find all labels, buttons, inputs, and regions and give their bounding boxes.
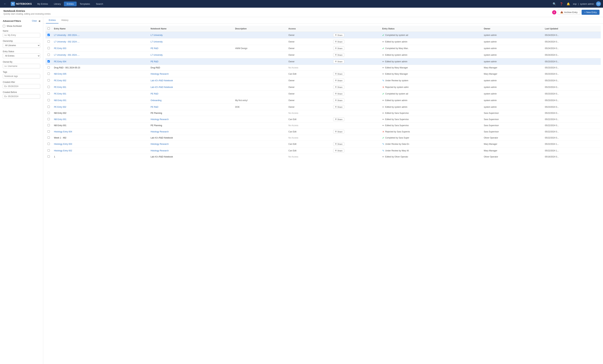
entry-name-link[interactable]: NB Entry 001 <box>54 99 66 102</box>
entry-name-link[interactable]: PE Entry 002 <box>54 106 66 108</box>
row-checkbox[interactable] <box>47 99 50 101</box>
back-button[interactable]: ← <box>2 1 8 6</box>
entry-name-link[interactable]: PE Entry 004 <box>54 60 66 63</box>
row-checkbox[interactable] <box>47 92 50 95</box>
share-button[interactable]: ⬆ Share <box>333 60 344 63</box>
share-button[interactable]: ⬆ Share <box>333 79 344 82</box>
show-archived-checkbox[interactable] <box>3 25 5 27</box>
share-button[interactable]: ⬆ Share <box>333 105 344 109</box>
row-checkbox[interactable] <box>47 40 50 43</box>
notebook-name-link[interactable]: L7 University <box>151 54 162 56</box>
archive-entry-button[interactable]: 📥 Archive Entry <box>558 10 580 15</box>
share-button[interactable]: ⬆ Share <box>333 92 344 95</box>
share-button[interactable]: ⬆ Share <box>333 40 344 44</box>
ownership-filter-select[interactable]: All Libraries <box>3 43 40 48</box>
share-button[interactable]: ⬆ Share <box>333 85 344 89</box>
entry-name-link[interactable]: NB Entry 005 <box>54 73 66 75</box>
nav-item-entries[interactable]: Entries <box>64 1 76 6</box>
row-checkbox[interactable] <box>47 54 50 56</box>
nav-item-search[interactable]: Search <box>93 1 106 6</box>
row-checkbox[interactable] <box>47 60 50 62</box>
entry-name-link[interactable]: L7 University - 002 2024-.... <box>54 41 80 43</box>
notebook-name-link[interactable]: PE R&D <box>151 47 158 50</box>
notebook-name-link[interactable]: Lab #2's R&D Notebook <box>151 86 173 88</box>
entry-name-link[interactable]: L7 University - 001 2024-.... <box>54 54 80 56</box>
row-checkbox[interactable] <box>47 118 50 120</box>
notebook-name-link[interactable]: L7 University <box>151 34 162 36</box>
row-checkbox[interactable] <box>47 112 50 114</box>
nav-item-my-entries[interactable]: My Entries <box>35 1 51 6</box>
share-button[interactable]: ⬆ Share <box>333 117 344 121</box>
share-button[interactable]: ⬆ Share <box>333 130 344 134</box>
notebook-name-link[interactable]: L7 University <box>151 41 162 43</box>
notebook-name-link[interactable]: Onboarding <box>151 99 162 102</box>
entry-name-link[interactable]: Histology Entry 004 <box>54 130 72 133</box>
clear-filters-link[interactable]: Clear <box>32 20 37 22</box>
owned-by-filter-input[interactable] <box>3 64 40 68</box>
created-before-filter-input[interactable] <box>3 94 40 99</box>
row-checkbox[interactable] <box>47 79 50 81</box>
notebook-name-link[interactable]: Histology Research <box>151 149 169 152</box>
access-label: No Access <box>289 124 298 127</box>
row-checkbox[interactable] <box>47 155 50 158</box>
share-button[interactable]: ⬆ Share <box>333 99 344 102</box>
description-cell <box>233 91 286 97</box>
share-button[interactable]: ⬆ Share <box>333 33 344 37</box>
select-all-checkbox[interactable] <box>47 27 50 30</box>
share-button[interactable]: ⬆ Share <box>333 72 344 76</box>
entry-name-link[interactable]: PE Entry 003 <box>54 47 66 50</box>
sidebar-collapse-button[interactable]: ◀ <box>38 20 40 22</box>
row-checkbox[interactable] <box>47 106 50 108</box>
created-after-filter-label: Created After <box>3 81 40 83</box>
notifications-icon-button[interactable]: 🔔 <box>566 1 571 6</box>
row-checkbox[interactable] <box>47 66 50 68</box>
tab-history[interactable]: History <box>58 17 71 23</box>
entry-name-link[interactable]: PE Entry 001 <box>54 92 66 95</box>
row-checkbox[interactable] <box>47 73 50 75</box>
notebook-name-link[interactable]: PE R&D <box>151 106 158 108</box>
name-filter-input[interactable] <box>3 33 40 37</box>
created-after-filter: Created After <box>3 81 40 89</box>
description-cell <box>233 116 286 123</box>
share-button[interactable]: ⬆ Share <box>333 46 344 50</box>
created-after-filter-input[interactable] <box>3 84 40 89</box>
notebook-name-link[interactable]: Histology Research <box>151 143 169 145</box>
nav-item-templates[interactable]: Templates <box>77 1 93 6</box>
notebook-name-link[interactable]: Histology Research <box>151 73 169 75</box>
row-checkbox[interactable] <box>47 34 50 36</box>
notebook-name-link[interactable]: Histology Research <box>151 118 169 121</box>
row-checkbox[interactable] <box>47 86 50 88</box>
notebook-name-link[interactable]: Histology Research <box>151 130 169 133</box>
notebook-name-link[interactable]: Lab #2's R&D Notebook <box>151 79 173 82</box>
row-checkbox[interactable] <box>47 124 50 126</box>
date-cell: 05/23/2024 0... <box>543 84 601 91</box>
tab-entries[interactable]: Entries <box>46 17 58 23</box>
tags-filter-input[interactable] <box>3 74 40 79</box>
share-button[interactable]: ⬆ Share <box>333 149 344 152</box>
share-button[interactable]: ⬆ Share <box>333 53 344 57</box>
entry-name-link[interactable]: L7 University - 003 2024-.... <box>54 34 80 36</box>
search-icon-button[interactable]: 🔍 <box>552 1 557 6</box>
entry-status-cell: ✏ Edited by Sara Superviso <box>380 116 482 123</box>
entry-name-link[interactable]: NB Entry 001 <box>54 118 66 121</box>
row-checkbox[interactable] <box>47 149 50 152</box>
row-checkbox[interactable] <box>47 130 50 133</box>
entry-name-link[interactable]: PE Entry 002 <box>54 79 66 82</box>
entry-name-link[interactable]: PE Entry 001 <box>54 86 66 88</box>
entry-status-filter-select[interactable]: All Entries <box>3 53 40 58</box>
nav-item-library[interactable]: Library <box>51 1 64 6</box>
notebook-name-link[interactable]: PE R&D <box>151 92 158 95</box>
entry-name-link[interactable]: Histology Entry 003 <box>54 143 72 145</box>
entry-name-link[interactable]: Histology Entry 002 <box>54 149 72 152</box>
status-text: Under Review by system <box>385 79 408 82</box>
new-entry-button[interactable]: + New Entry <box>582 10 600 15</box>
help-icon-button[interactable]: ❓ <box>559 1 564 6</box>
share-button[interactable]: ⬆ Share <box>333 142 344 146</box>
avatar[interactable]: SA <box>596 1 601 6</box>
notebook-name-link[interactable]: PE R&D <box>151 60 158 63</box>
row-checkbox[interactable] <box>47 47 50 49</box>
row-checkbox[interactable] <box>47 136 50 139</box>
notebook-name-cell: Histology Research <box>149 147 233 154</box>
description-cell <box>233 38 286 45</box>
row-checkbox[interactable] <box>47 143 50 145</box>
